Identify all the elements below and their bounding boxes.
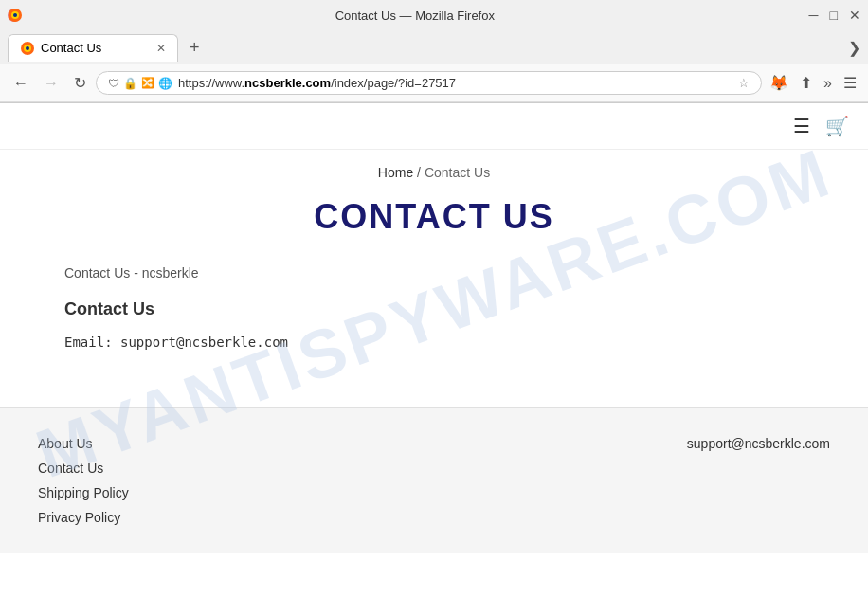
tab-bar: Contact Us ✕ + ❯ — [0, 30, 868, 64]
menu-button[interactable]: ☰ — [840, 70, 860, 96]
close-button[interactable]: ✕ — [849, 8, 860, 23]
window-title: Contact Us — Mozilla Firefox — [335, 9, 495, 23]
navigation-bar: ← → ↻ 🛡 🔒 🔀 🌐 https://www.ncsberkle.com/… — [0, 64, 868, 102]
title-bar: Contact Us — Mozilla Firefox ─ □ ✕ — [0, 0, 868, 30]
hamburger-menu-icon[interactable]: ☰ — [793, 115, 810, 137]
page-content: MYANTISPYWARE.COM ☰ 🛒 Home / Contact Us … — [0, 103, 868, 616]
url-display[interactable]: https://www.ncsberkle.com/index/page/?id… — [178, 76, 732, 90]
site-footer: About Us Contact Us Shipping Policy Priv… — [0, 407, 868, 553]
globe-icon: 🌐 — [158, 77, 172, 90]
section-subtitle: Contact Us - ncsberkle — [64, 265, 804, 281]
active-tab[interactable]: Contact Us ✕ — [8, 34, 178, 62]
firefox-logo-icon — [8, 8, 23, 23]
content-area: Contact Us - ncsberkle Contact Us Email:… — [27, 265, 841, 407]
cart-icon[interactable]: 🛒 — [825, 115, 849, 137]
security-icons: 🛡 🔒 🔀 🌐 — [108, 77, 172, 90]
new-tab-button[interactable]: + — [184, 38, 206, 58]
section-heading: Contact Us — [64, 299, 804, 319]
svg-point-5 — [26, 46, 29, 50]
forward-button[interactable]: → — [38, 71, 64, 96]
footer-privacy-link[interactable]: Privacy Policy — [38, 510, 129, 525]
minimize-button[interactable]: ─ — [809, 8, 819, 23]
share-button[interactable]: ⬆ — [796, 70, 816, 96]
lock-icon: 🔒 — [123, 77, 137, 90]
reload-button[interactable]: ↻ — [68, 70, 92, 96]
footer-about-link[interactable]: About Us — [38, 436, 129, 451]
header-icons: ☰ 🛒 — [793, 115, 849, 137]
url-domain: ncsberkle.com — [244, 76, 331, 90]
pocket-button[interactable]: 🦊 — [766, 70, 792, 96]
site-header: ☰ 🛒 — [0, 103, 868, 150]
maximize-button[interactable]: □ — [830, 8, 838, 23]
window-action-buttons[interactable]: ─ □ ✕ — [809, 8, 860, 23]
shield-icon: 🛡 — [108, 77, 119, 90]
browser-chrome: Contact Us — Mozilla Firefox ─ □ ✕ Conta… — [0, 0, 868, 103]
address-bar[interactable]: 🛡 🔒 🔀 🌐 https://www.ncsberkle.com/index/… — [96, 71, 762, 95]
email-text: Email: support@ncsberkle.com — [64, 335, 804, 350]
breadcrumb-separator: / — [417, 165, 421, 180]
footer-left-links: About Us Contact Us Shipping Policy Priv… — [38, 436, 129, 525]
breadcrumb-current: Contact Us — [425, 165, 490, 180]
footer-right: support@ncsberkle.com — [687, 436, 830, 525]
page-title-section: CONTACT US — [0, 188, 868, 265]
svg-point-2 — [13, 13, 17, 17]
breadcrumb: Home / Contact Us — [0, 150, 868, 188]
breadcrumb-home-link[interactable]: Home — [378, 165, 413, 180]
tab-bar-chevron[interactable]: ❯ — [848, 39, 860, 57]
footer-shipping-link[interactable]: Shipping Policy — [38, 485, 129, 500]
page-title: CONTACT US — [0, 197, 868, 237]
tab-favicon-icon — [20, 41, 35, 56]
bookmark-icon[interactable]: ☆ — [738, 76, 750, 90]
footer-contact-link[interactable]: Contact Us — [38, 461, 129, 476]
nav-right-actions: 🦊 ⬆ » ☰ — [766, 70, 860, 96]
back-button[interactable]: ← — [8, 71, 34, 96]
extensions-button[interactable]: » — [820, 71, 836, 96]
tab-label: Contact Us — [41, 41, 101, 55]
info-icon: 🔀 — [141, 77, 154, 89]
tab-close-button[interactable]: ✕ — [156, 42, 166, 55]
footer-email: support@ncsberkle.com — [687, 436, 830, 451]
